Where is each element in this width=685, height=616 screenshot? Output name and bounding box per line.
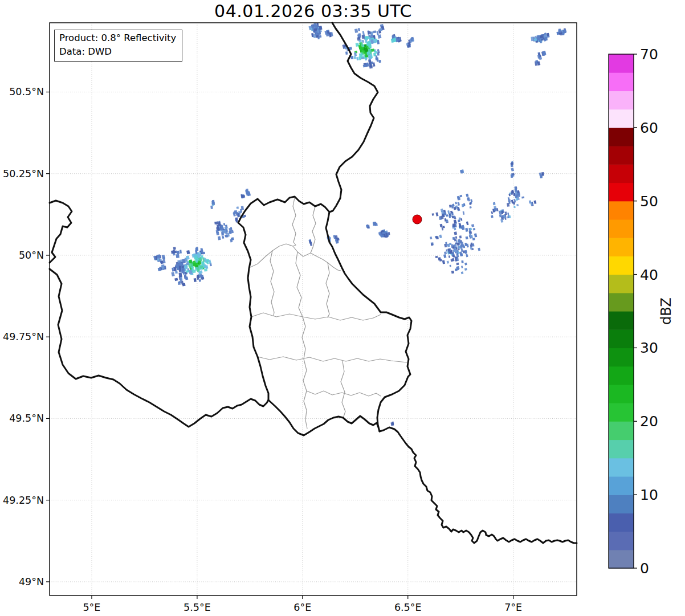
echo-cell — [447, 261, 449, 264]
echo-cluster-center-streak-w — [366, 222, 378, 229]
colorbar-band — [609, 275, 634, 293]
echo-cell — [174, 278, 178, 282]
echo-cell — [466, 194, 468, 197]
colorbar-band — [609, 366, 634, 385]
map-canvas: 5°E5.5°E6°E6.5°E7°E49°N49.25°N49.5°N49.7… — [0, 0, 685, 616]
echo-cluster-south-speck — [390, 422, 394, 426]
echo-cell — [180, 250, 182, 254]
echo-cell — [178, 272, 182, 277]
echo-cluster-north-east-spot — [391, 34, 402, 43]
echo-cell — [461, 260, 463, 263]
country-border-path — [50, 269, 268, 427]
echo-cell — [455, 236, 458, 239]
echo-cell — [445, 218, 447, 222]
echo-cell — [444, 251, 447, 254]
colorbar: 010203040506070dBZ — [609, 46, 674, 577]
x-tick-label: 5.5°E — [184, 602, 211, 613]
echo-cell — [461, 266, 463, 268]
echo-cell — [517, 193, 520, 195]
echo-cell — [377, 40, 380, 44]
echo-cell — [176, 254, 180, 258]
colorbar-band — [609, 293, 634, 312]
echo-cell — [511, 200, 513, 204]
x-tick-label: 6.5°E — [394, 602, 422, 613]
y-tick-label: 49.25°N — [3, 495, 44, 506]
echo-cell — [171, 272, 174, 276]
echo-cell — [458, 197, 460, 201]
echo-cell — [456, 263, 459, 265]
echo-cell — [448, 255, 450, 258]
echo-cell — [180, 263, 184, 266]
echo-cluster-west-straggler — [153, 254, 166, 271]
colorbar-tick-label: 30 — [640, 340, 658, 356]
axis-layer: 5°E5.5°E6°E6.5°E7°E49°N49.25°N49.5°N49.7… — [3, 86, 522, 613]
echo-cell — [536, 37, 540, 41]
echo-cell — [204, 268, 207, 271]
colorbar-tick-label: 70 — [640, 46, 658, 63]
echo-cell — [470, 206, 472, 209]
echo-cell — [468, 198, 470, 202]
echo-cluster-north-west-arm — [308, 23, 333, 39]
echo-cell — [459, 251, 462, 255]
colorbar-tick-label: 60 — [640, 120, 658, 136]
echo-cell — [499, 214, 502, 218]
y-tick-label: 50.25°N — [3, 168, 44, 180]
echo-cell — [209, 259, 211, 263]
echo-cell — [452, 223, 456, 227]
echo-cell — [217, 225, 219, 229]
echo-cell — [309, 240, 311, 244]
echo-cell — [460, 242, 463, 246]
echo-cell — [376, 31, 378, 35]
echo-cell — [508, 197, 510, 200]
colorbar-band — [609, 146, 634, 165]
echo-cell — [460, 218, 462, 221]
echo-cell — [443, 212, 446, 215]
echo-cell — [457, 207, 459, 210]
data-source-line: Data: DWD — [59, 45, 176, 59]
region-border-path — [249, 244, 341, 271]
echo-cell — [186, 250, 190, 254]
colorbar-band — [609, 54, 634, 73]
echo-cell — [362, 40, 365, 43]
echo-cell — [186, 255, 190, 259]
colorbar-band — [609, 72, 634, 91]
echo-cell — [356, 57, 359, 60]
colorbar-band — [609, 385, 634, 403]
echo-cell — [446, 249, 447, 251]
product-info-box: Product: 0.8° Reflectivity Data: DWD — [54, 30, 182, 62]
echo-cluster-west-main — [171, 247, 212, 286]
echo-cell — [471, 224, 474, 227]
echo-cell — [210, 206, 213, 209]
echo-cell — [435, 212, 438, 216]
echo-cell — [443, 254, 447, 258]
colorbar-band — [609, 495, 634, 513]
echo-cell — [457, 202, 460, 206]
echo-cell — [358, 28, 360, 31]
echo-cell — [511, 174, 513, 178]
region-border-path — [311, 206, 316, 253]
echo-layer — [153, 23, 566, 426]
echo-cell — [362, 31, 365, 35]
echo-cell — [441, 209, 443, 212]
echo-cell — [350, 56, 353, 59]
echo-cell — [507, 213, 509, 216]
colorbar-band — [609, 256, 634, 275]
echo-cell — [558, 30, 561, 32]
colorbar-band — [609, 550, 634, 569]
echo-cell — [464, 243, 467, 246]
echo-cell — [204, 264, 206, 268]
echo-cluster-east-speck2 — [529, 200, 537, 206]
echo-cluster-east-main — [430, 194, 480, 275]
echo-cell — [458, 219, 460, 222]
echo-cell — [345, 51, 348, 55]
echo-cell — [354, 56, 356, 59]
colorbar-tick-label: 20 — [640, 413, 658, 430]
echo-cell — [373, 30, 376, 33]
echo-cluster-west-ne-arm — [214, 206, 246, 242]
colorbar-band — [609, 440, 634, 459]
country-border-path — [380, 427, 577, 543]
echo-cell — [493, 203, 496, 205]
grid-layer — [50, 23, 577, 595]
echo-cell — [511, 168, 514, 172]
region-border-path — [326, 263, 329, 317]
